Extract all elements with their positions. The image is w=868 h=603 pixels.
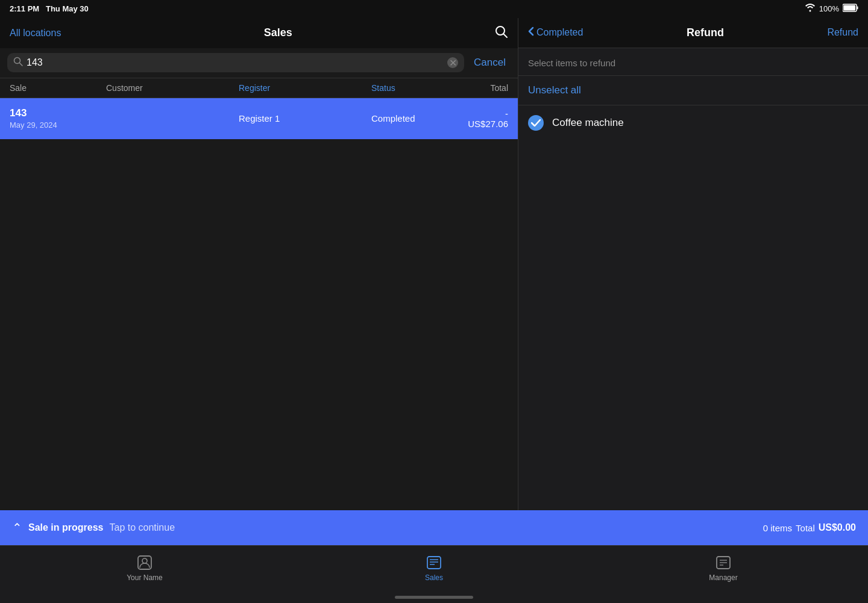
nav-item-your-name[interactable]: Your Name [0,554,289,582]
home-bar [395,596,473,599]
nav-label-your-name: Your Name [127,573,163,582]
row-sale-date: May 29, 2024 [10,120,106,130]
item-checkbox-icon[interactable] [528,115,544,131]
svg-line-6 [20,63,23,66]
unselect-all-button[interactable]: Unselect all [518,76,868,105]
tap-to-continue-label: Tap to continue [110,522,175,533]
home-indicator [0,591,868,603]
search-input[interactable]: 143 [27,57,444,68]
right-header: Completed Refund Refund [518,18,868,48]
refund-action-button[interactable]: Refund [827,27,858,38]
left-header: All locations Sales [0,18,518,48]
manager-icon [715,554,732,571]
battery-icon [843,4,858,14]
col-status[interactable]: Status [371,83,468,93]
col-customer: Customer [106,83,239,93]
chevron-left-icon [528,27,534,39]
app-container: 2:11 PM Thu May 30 100% [0,0,868,603]
svg-rect-2 [857,7,858,10]
svg-line-4 [503,34,507,37]
col-total: Total [468,83,508,93]
status-time: 2:11 PM Thu May 30 [10,4,89,13]
items-count: 0 items [763,523,792,533]
sale-total-amount: US$0.00 [819,522,856,533]
nav-item-sales[interactable]: Sales [289,554,579,582]
table-header: Sale Customer Register Status Total [0,78,518,98]
status-bar: 2:11 PM Thu May 30 100% [0,0,868,18]
sale-progress-left: ⌃ Sale in progress Tap to continue [12,520,175,535]
total-label: Total [796,523,815,533]
row-register: Register 1 [239,113,371,123]
back-button[interactable]: Completed [528,27,583,39]
col-sale: Sale [10,83,106,93]
svg-point-8 [142,558,147,563]
nav-label-manager: Manager [709,573,737,582]
bottom-nav: Your Name Sales [0,545,868,592]
chevron-up-icon: ⌃ [12,520,22,535]
battery-percent: 100% [819,4,839,13]
right-panel: Completed Refund Refund Select items to … [518,18,868,511]
sales-icon [426,554,442,571]
row-sale-number: 143 [10,107,106,119]
nav-item-manager[interactable]: Manager [579,554,868,582]
row-sale-info: 143 May 29, 2024 [10,107,106,130]
nav-label-sales: Sales [425,573,443,582]
left-panel: All locations Sales [0,18,518,511]
search-header-icon[interactable] [495,25,508,41]
search-icon [13,57,23,69]
row-status: Completed [371,113,468,123]
item-name: Coffee machine [552,117,624,129]
row-total: -US$27.06 [468,108,508,129]
back-label: Completed [536,27,583,38]
status-right: 100% [805,4,858,14]
clear-search-button[interactable]: ✕ [447,57,458,68]
refund-title: Refund [687,27,724,39]
search-input-wrapper[interactable]: 143 ✕ [7,53,464,72]
sales-page-title: Sales [264,27,292,39]
select-items-label: Select items to refund [518,48,868,76]
all-locations-link[interactable]: All locations [10,28,61,39]
sale-progress-right: 0 items Total US$0.00 [763,522,856,533]
wifi-icon [805,4,816,14]
main-layout: All locations Sales [0,18,868,511]
list-item[interactable]: Coffee machine [518,105,868,140]
cancel-search-button[interactable]: Cancel [469,57,511,69]
svg-rect-1 [844,5,856,11]
sale-in-progress-label: Sale in progress [28,522,104,533]
svg-rect-9 [427,557,441,569]
search-bar: 143 ✕ Cancel [0,48,518,78]
person-icon [136,554,153,571]
sale-progress-bar[interactable]: ⌃ Sale in progress Tap to continue 0 ite… [0,510,868,545]
table-row[interactable]: 143 May 29, 2024 Register 1 Completed -U… [0,98,518,139]
col-register[interactable]: Register [239,83,371,93]
